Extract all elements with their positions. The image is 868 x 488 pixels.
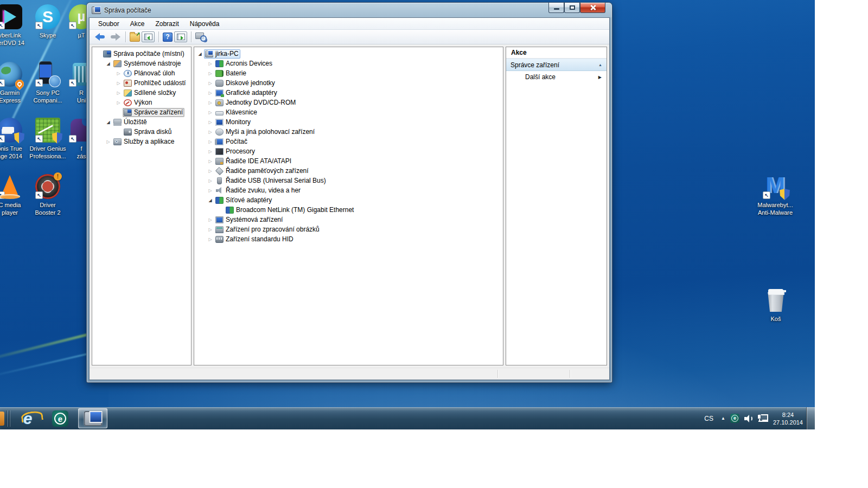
- tree-item[interactable]: ▷Prohlížeč událostí: [92, 78, 191, 88]
- tree-item[interactable]: ▷Řadiče USB (Universal Serial Bus): [194, 176, 503, 185]
- tree-item-body[interactable]: Monitory: [214, 118, 252, 127]
- computer-management-taskbar-button[interactable]: [78, 408, 107, 428]
- export-folder-icon[interactable]: [130, 34, 140, 42]
- volume-icon[interactable]: [744, 415, 753, 422]
- expander-collapsed-icon[interactable]: ▷: [104, 139, 112, 144]
- menu-napoveda[interactable]: Nápověda: [184, 18, 225, 29]
- tree-item-body[interactable]: Služby a aplikace: [112, 137, 176, 146]
- menu-akce[interactable]: Akce: [125, 18, 150, 29]
- help-icon[interactable]: ?: [163, 33, 173, 42]
- expander-collapsed-icon[interactable]: ▷: [206, 61, 214, 66]
- tree-item-body[interactable]: Acronis Devices: [214, 59, 274, 68]
- clock[interactable]: 8:24 27.10.2014: [773, 411, 804, 426]
- expander-collapsed-icon[interactable]: ▷: [114, 71, 123, 76]
- tree-item[interactable]: Správa disků: [92, 127, 191, 137]
- tree-item-body[interactable]: Grafické adaptéry: [214, 88, 279, 98]
- tree-item[interactable]: ▷Myši a jiná polohovací zařízení: [194, 127, 503, 137]
- tree-item[interactable]: ◢Úložiště: [92, 117, 191, 127]
- tree-item-body[interactable]: Síťové adaptéry: [214, 196, 273, 205]
- expander-collapsed-icon[interactable]: ▷: [206, 130, 214, 134]
- language-indicator[interactable]: CS: [701, 413, 716, 424]
- expander-collapsed-icon[interactable]: ▷: [206, 237, 214, 242]
- tree-item[interactable]: ▷Řadiče zvuku, videa a her: [194, 185, 503, 195]
- tree-item-body[interactable]: Systémová zařízení: [214, 215, 284, 224]
- tree-item[interactable]: ◢Síťové adaptéry: [194, 195, 503, 205]
- tree-item-body[interactable]: jirka-PC: [204, 49, 240, 59]
- tree-item-body[interactable]: Úložiště: [112, 118, 149, 127]
- maximize-button[interactable]: [564, 3, 580, 13]
- tree-item[interactable]: ▷Služby a aplikace: [92, 137, 191, 146]
- menu-zobrazit[interactable]: Zobrazit: [150, 18, 184, 29]
- tree-item[interactable]: ▷Plánovač úloh: [92, 68, 191, 78]
- expander-collapsed-icon[interactable]: ▷: [206, 149, 214, 154]
- tree-item-body[interactable]: Počítač: [214, 137, 249, 146]
- expander-collapsed-icon[interactable]: ▷: [206, 217, 214, 222]
- eset-tray-icon[interactable]: e: [730, 414, 739, 423]
- expander-collapsed-icon[interactable]: ▷: [206, 227, 214, 232]
- tree-item[interactable]: ◢jirka-PC: [194, 49, 503, 59]
- tree-item-body[interactable]: Baterie: [214, 69, 248, 78]
- internet-explorer-icon[interactable]: e: [13, 408, 42, 428]
- tree-item-body[interactable]: Řadiče paměťových zařízení: [214, 166, 310, 176]
- tree-item-body[interactable]: Správce zařízení: [123, 108, 184, 117]
- tree-item[interactable]: Broadcom NetLink (TM) Gigabit Ethernet: [194, 205, 503, 215]
- show-console-tree-icon[interactable]: [142, 31, 155, 42]
- network-icon[interactable]: [758, 414, 768, 423]
- desktop-icon-kos[interactable]: Koš: [755, 288, 796, 323]
- expander-collapsed-icon[interactable]: ▷: [206, 91, 214, 95]
- tree-item-body[interactable]: Výkon: [123, 98, 154, 107]
- tree-item-body[interactable]: Myši a jiná polohovací zařízení: [214, 127, 316, 137]
- tree-item[interactable]: ▷Zařízení pro zpracování obrázků: [194, 224, 503, 234]
- desktop-icon-vlc[interactable]: ↖C mediaplayer: [0, 174, 30, 216]
- title-bar[interactable]: Správa počítače: [89, 3, 610, 17]
- desktop-icon-driverbooster[interactable]: ↖DriverBooster 2: [27, 174, 68, 216]
- desktop-icon-acronis[interactable]: ↖onis Trueage 2014: [0, 118, 30, 160]
- tree-item-body[interactable]: Prohlížeč událostí: [123, 79, 187, 88]
- desktop-icon-malwarebytes[interactable]: ↖Malwarebyt...Anti-Malware: [755, 174, 796, 216]
- expander-collapsed-icon[interactable]: ▷: [206, 120, 214, 125]
- tree-item[interactable]: ▷Řadiče paměťových zařízení: [194, 166, 503, 176]
- expander-collapsed-icon[interactable]: ▷: [114, 100, 123, 105]
- actions-group-device-manager[interactable]: Správce zařízení ▲: [506, 59, 607, 71]
- expander-collapsed-icon[interactable]: ▷: [206, 110, 214, 115]
- tree-item[interactable]: ▷Výkon: [92, 98, 191, 107]
- tree-item-body[interactable]: Řadiče USB (Universal Serial Bus): [214, 176, 328, 185]
- expander-expanded-icon[interactable]: ◢: [104, 120, 112, 125]
- tree-item-body[interactable]: Řadiče IDE ATA/ATAPI: [214, 157, 293, 166]
- tree-item[interactable]: Správa počítače (místní): [92, 49, 191, 59]
- tree-item[interactable]: ▷Baterie: [194, 68, 503, 78]
- back-arrow-icon[interactable]: [94, 32, 107, 42]
- tree-item[interactable]: ▷Klávesnice: [194, 107, 503, 117]
- desktop-icon-garmin[interactable]: ↖GarminExpress: [0, 62, 30, 104]
- expander-collapsed-icon[interactable]: ▷: [206, 169, 214, 174]
- tree-item-body[interactable]: Diskové jednotky: [214, 79, 277, 88]
- actions-more-actions[interactable]: Další akce ▶: [506, 71, 607, 83]
- expander-collapsed-icon[interactable]: ▷: [114, 91, 123, 95]
- chevron-up-icon[interactable]: ▲: [598, 63, 602, 67]
- device-tree-pane[interactable]: ◢jirka-PC▷Acronis Devices▷Baterie▷Diskov…: [194, 47, 503, 365]
- hidden-icons-arrow-icon[interactable]: ▲: [721, 416, 725, 421]
- expander-collapsed-icon[interactable]: ▷: [206, 71, 214, 76]
- clipped-taskbar-icon[interactable]: [0, 412, 4, 426]
- tree-item[interactable]: ▷Zařízení standardu HID: [194, 234, 503, 244]
- expander-collapsed-icon[interactable]: ▷: [206, 81, 214, 86]
- expander-collapsed-icon[interactable]: ▷: [206, 100, 214, 105]
- tree-item-body[interactable]: Řadiče zvuku, videa a her: [214, 186, 302, 195]
- close-button[interactable]: [580, 3, 605, 13]
- tree-item-body[interactable]: Správa počítače (místní): [102, 49, 186, 59]
- device-search-icon[interactable]: [195, 32, 207, 42]
- expander-expanded-icon[interactable]: ◢: [206, 198, 214, 203]
- tree-item[interactable]: ▷Acronis Devices: [194, 59, 503, 68]
- tree-item[interactable]: ▷Systémová zařízení: [194, 215, 503, 224]
- tree-item-body[interactable]: Procesory: [214, 147, 257, 156]
- tree-item[interactable]: Správce zařízení: [92, 107, 191, 117]
- tree-item[interactable]: ◢Systémové nástroje: [92, 59, 191, 68]
- menu-soubor[interactable]: Soubor: [93, 18, 125, 29]
- expander-expanded-icon[interactable]: ◢: [104, 61, 112, 66]
- console-tree-pane[interactable]: Správa počítače (místní)◢Systémové nástr…: [92, 47, 192, 365]
- tree-item[interactable]: ▷Jednotky DVD/CD-ROM: [194, 98, 503, 107]
- minimize-button[interactable]: [548, 3, 564, 13]
- tree-item-body[interactable]: Systémové nástroje: [112, 59, 182, 68]
- tree-item-body[interactable]: Zařízení standardu HID: [214, 235, 295, 244]
- tree-item-body[interactable]: Správa disků: [123, 127, 173, 137]
